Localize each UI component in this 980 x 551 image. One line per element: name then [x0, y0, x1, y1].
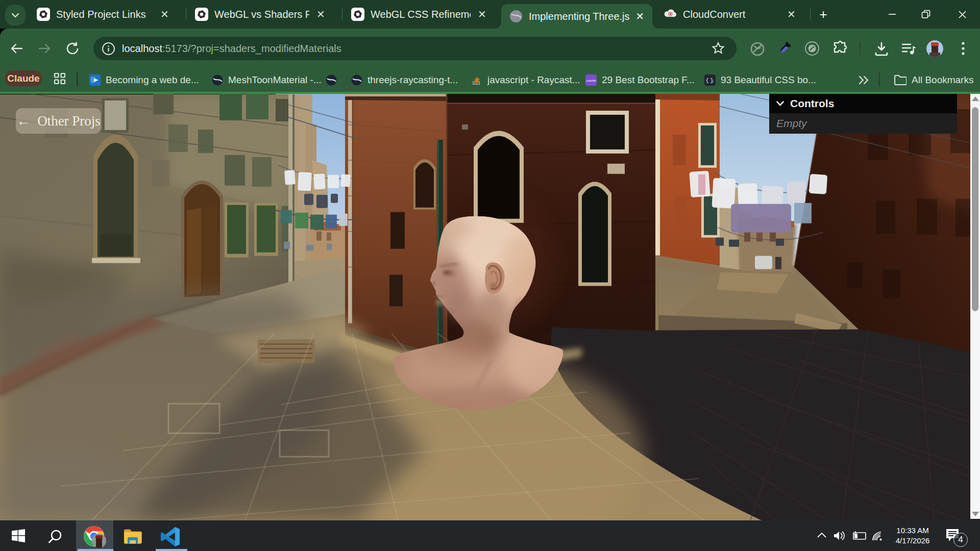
svg-text:colorlib: colorlib [586, 79, 596, 82]
